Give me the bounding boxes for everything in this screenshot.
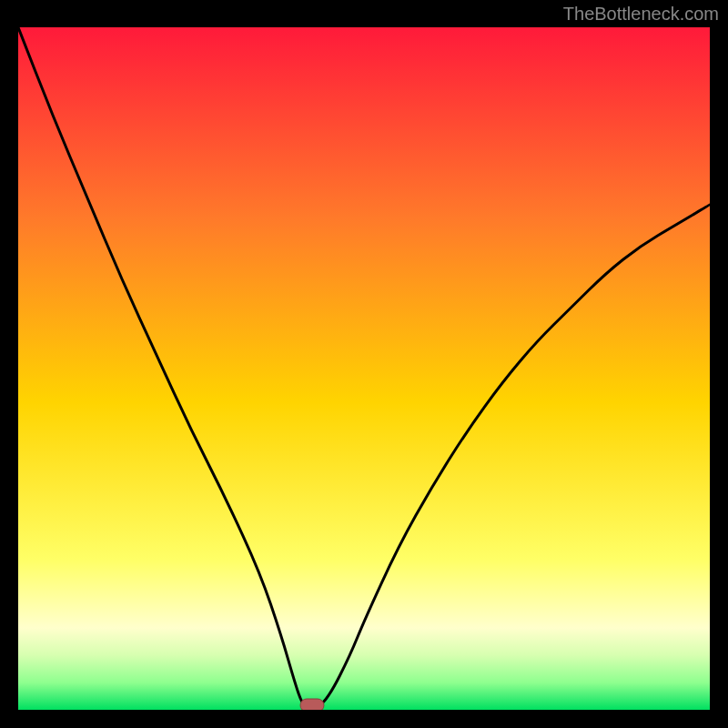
gradient-background (18, 27, 710, 710)
bottleneck-chart (18, 27, 710, 710)
plot-area (18, 27, 710, 710)
attribution-label: TheBottleneck.com (563, 4, 719, 25)
chart-container: TheBottleneck.com (0, 0, 728, 728)
minimum-marker (300, 699, 324, 710)
